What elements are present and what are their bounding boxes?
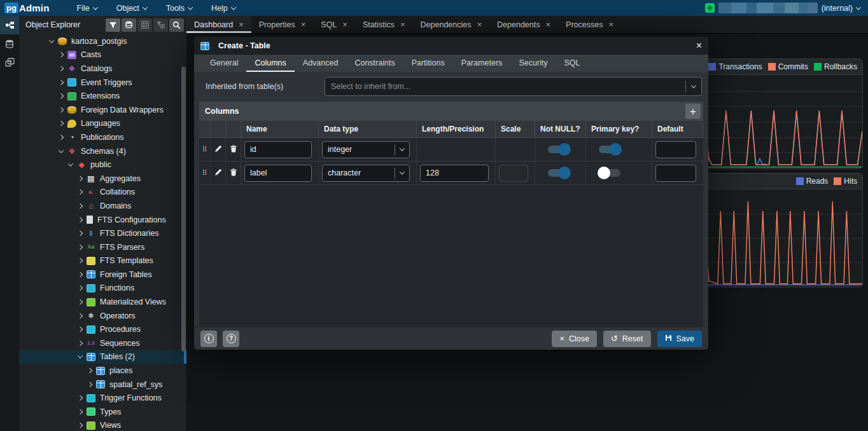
drag-handle-cell[interactable]: ⠿ [199, 138, 211, 161]
tree-item-catalogs[interactable]: ❖Catalogs [19, 62, 186, 76]
dialog-tab-general[interactable]: General [202, 55, 246, 72]
chevron-right-icon[interactable] [78, 175, 83, 181]
menu-help[interactable]: Help [202, 0, 245, 16]
tree-item-views[interactable]: Views [19, 419, 186, 431]
tree-item-fts-parsers[interactable]: AaFTS Parsers [19, 240, 186, 254]
chevron-right-icon[interactable] [78, 231, 83, 236]
tree-item-kartoza-postgis[interactable]: kartoza_postgis [19, 34, 186, 48]
drag-handle-icon[interactable]: ⠿ [202, 146, 207, 154]
save-button[interactable]: Save [657, 331, 703, 347]
tree-item-types[interactable]: Types [19, 405, 186, 419]
inherited-from-select[interactable]: Select to inherit from... [325, 77, 702, 96]
menu-object[interactable]: Object [107, 0, 157, 16]
tree-item-sequences[interactable]: 1..3Sequences [19, 336, 186, 350]
column-name-input[interactable] [244, 141, 312, 158]
datatype-select[interactable]: character [322, 165, 410, 182]
close-tab-icon[interactable]: × [301, 20, 306, 29]
menu-file[interactable]: File [67, 0, 107, 16]
user-menu[interactable]: (internal) [705, 3, 860, 13]
tree-item-foreign-data-wrappers[interactable]: Foreign Data Wrappers [19, 103, 186, 117]
tab-processes[interactable]: Processes× [558, 16, 621, 33]
activity-databases[interactable] [0, 34, 19, 53]
chevron-right-icon[interactable] [78, 299, 83, 304]
dialog-tab-parameters[interactable]: Parameters [453, 55, 511, 72]
tree-item-public[interactable]: ◆public [19, 158, 186, 172]
chevron-right-icon[interactable] [59, 66, 64, 71]
default-input[interactable] [655, 165, 696, 182]
help-button[interactable]: ? [223, 331, 239, 347]
tab-dependents[interactable]: Dependents× [489, 16, 558, 33]
length-input[interactable] [420, 165, 489, 182]
primarykey-toggle[interactable] [598, 167, 622, 179]
reset-button[interactable]: ↺ Reset [603, 331, 651, 347]
chevron-down-icon[interactable] [49, 38, 54, 43]
tree-item-places[interactable]: places [19, 364, 186, 378]
chevron-right-icon[interactable] [78, 395, 83, 400]
dialog-close-icon[interactable]: × [696, 40, 702, 51]
tree-item-languages[interactable]: Languages [19, 117, 186, 131]
datatype-select[interactable]: integer [322, 141, 410, 158]
search-icon[interactable] [169, 18, 184, 32]
close-button[interactable]: × Close [552, 331, 597, 347]
delete-trash-icon[interactable] [230, 144, 237, 155]
default-input[interactable] [655, 141, 696, 158]
tree-item-event-triggers[interactable]: Event Triggers [19, 76, 186, 90]
close-tab-icon[interactable]: × [342, 20, 347, 29]
tree-item-domains[interactable]: ⌂Domains [19, 199, 186, 213]
dialog-tab-advanced[interactable]: Advanced [295, 55, 347, 72]
tree-item-operators[interactable]: ✱Operators [19, 309, 186, 323]
dialog-tab-constraints[interactable]: Constraints [346, 55, 403, 72]
chevron-right-icon[interactable] [87, 368, 92, 373]
primarykey-toggle[interactable] [598, 143, 622, 156]
chevron-right-icon[interactable] [59, 135, 64, 140]
close-tab-icon[interactable]: × [608, 20, 613, 29]
chevron-right-icon[interactable] [59, 121, 64, 126]
close-tab-icon[interactable]: × [477, 20, 482, 29]
tab-sql[interactable]: SQL× [313, 16, 355, 33]
chevron-right-icon[interactable] [59, 79, 64, 85]
edit-pencil-icon[interactable] [214, 144, 222, 155]
add-column-button[interactable]: + [685, 104, 701, 119]
edit-pencil-icon[interactable] [214, 167, 222, 179]
activity-object-explorer[interactable] [0, 16, 19, 34]
tree-item-fts-dictionaries[interactable]: ‖FTS Dictionaries [19, 226, 186, 240]
chevron-right-icon[interactable] [59, 52, 64, 57]
chevron-right-icon[interactable] [78, 409, 83, 414]
dialog-tab-partitions[interactable]: Partitions [403, 55, 453, 72]
drag-handle-icon[interactable]: ⠿ [202, 169, 207, 177]
chevron-right-icon[interactable] [59, 93, 64, 99]
tree-item-foreign-tables[interactable]: Foreign Tables [19, 268, 186, 282]
chevron-right-icon[interactable] [78, 258, 83, 263]
tree-scrollbar[interactable] [181, 67, 186, 352]
tree-item-tables-2[interactable]: Tables (2) [19, 350, 186, 364]
chevron-right-icon[interactable] [78, 423, 83, 428]
tree-item-trigger-functions[interactable]: Trigger Functions [19, 391, 186, 405]
chevron-down-icon[interactable] [68, 161, 73, 166]
grid-icon[interactable] [137, 18, 152, 32]
notnull-toggle[interactable] [547, 143, 571, 156]
tree-item-functions[interactable]: Functions [19, 282, 186, 296]
sql-info-button[interactable]: i [200, 331, 217, 347]
chevron-down-icon[interactable] [59, 147, 64, 153]
filter-icon[interactable] [106, 18, 120, 32]
tree-item-schemas-4[interactable]: ❖Schemas (4) [19, 144, 186, 158]
tab-properties[interactable]: Properties× [251, 16, 314, 33]
tree-item-collations[interactable]: A↓Collations [19, 186, 186, 200]
chevron-right-icon[interactable] [78, 203, 83, 209]
tab-dashboard[interactable]: Dashboard× [186, 16, 251, 33]
close-tab-icon[interactable]: × [239, 20, 244, 29]
tree-item-casts[interactable]: 69Casts [19, 48, 186, 62]
chevron-right-icon[interactable] [78, 341, 83, 346]
chevron-right-icon[interactable] [78, 244, 83, 249]
chevron-right-icon[interactable] [59, 107, 64, 113]
column-name-input[interactable] [244, 165, 312, 182]
chevron-right-icon[interactable] [87, 381, 92, 387]
drag-handle-cell[interactable]: ⠿ [199, 161, 211, 184]
chevron-right-icon[interactable] [78, 272, 83, 277]
tree-item-procedures[interactable]: Procedures [19, 322, 186, 336]
chevron-right-icon[interactable] [78, 217, 83, 222]
tree-item-spatial-ref-sys[interactable]: spatial_ref_sys [19, 378, 186, 392]
notnull-toggle[interactable] [547, 167, 571, 179]
chevron-right-icon[interactable] [78, 313, 83, 318]
tree-item-fts-templates[interactable]: FTS Templates [19, 254, 186, 268]
